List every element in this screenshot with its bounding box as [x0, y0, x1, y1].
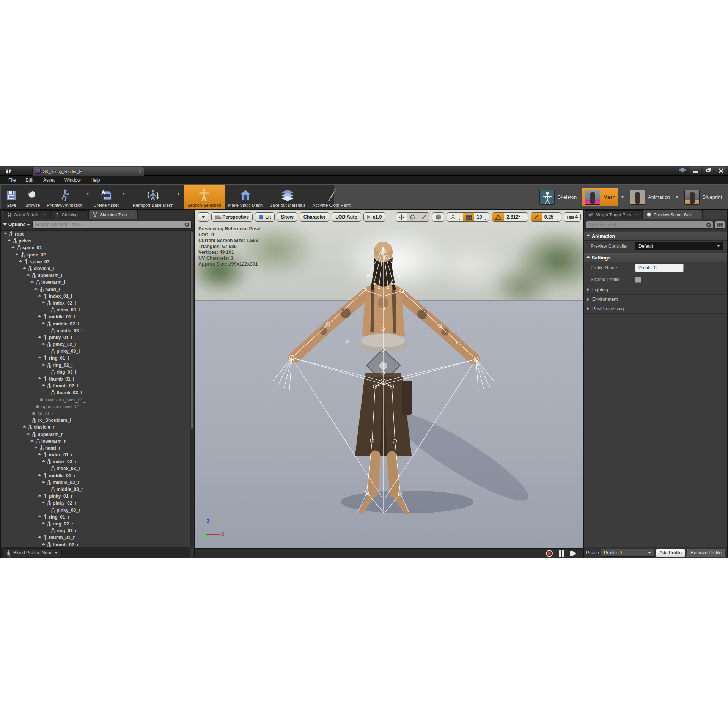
- browse-button[interactable]: Browse: [22, 185, 43, 209]
- tab-close-icon[interactable]: ✕: [695, 213, 698, 217]
- collapsed-section-header[interactable]: Lighting: [584, 285, 727, 295]
- grid-snap-value[interactable]: 10: [474, 213, 489, 221]
- create-asset-dropdown-icon[interactable]: ▼: [122, 192, 126, 203]
- shared-profile-checkbox[interactable]: [635, 277, 641, 283]
- bone-tree-row[interactable]: cc_Ar_l: [1, 410, 190, 417]
- perspective-button[interactable]: Perspective: [211, 212, 253, 222]
- tab-clothing[interactable]: Clothing ✕: [51, 210, 88, 219]
- options-filter-button[interactable]: Options: [3, 222, 30, 227]
- bone-tree-row[interactable]: thumb_01_r: [1, 534, 190, 541]
- bone-tree-row[interactable]: upperarm_r: [1, 431, 190, 437]
- preview-viewport[interactable]: Perspective Lit Show Character LOD Auto …: [195, 210, 583, 558]
- expand-arrow-icon[interactable]: [27, 418, 30, 422]
- search-skeleton-tree-input[interactable]: [35, 222, 184, 227]
- expand-arrow-icon[interactable]: [38, 536, 42, 539]
- tab-close-icon[interactable]: x: [139, 169, 141, 173]
- bone-tree-row[interactable]: index_03_l: [1, 307, 190, 313]
- expand-arrow-icon[interactable]: [38, 336, 42, 340]
- bone-tree-row[interactable]: thumb_01_l: [1, 376, 190, 382]
- bone-tree-row[interactable]: pinky_02_r: [1, 500, 190, 506]
- collapsed-section-header[interactable]: PostProcessing: [584, 304, 727, 314]
- coordinate-system-button[interactable]: [432, 212, 444, 222]
- expand-arrow-icon[interactable]: [15, 253, 19, 257]
- expand-arrow-icon[interactable]: [30, 439, 34, 443]
- reimport-dropdown-icon[interactable]: ▼: [177, 192, 181, 203]
- expand-arrow-icon[interactable]: [42, 522, 46, 526]
- bone-tree-row[interactable]: spine_02: [1, 252, 190, 258]
- expand-arrow-icon[interactable]: [8, 239, 11, 243]
- scale-snap-toggle[interactable]: [531, 213, 542, 221]
- expand-arrow-icon[interactable]: [46, 487, 49, 491]
- bone-tree-row[interactable]: ring_03_l: [1, 369, 190, 376]
- bone-tree-row[interactable]: ring_02_r: [1, 520, 190, 527]
- expand-arrow-icon[interactable]: [27, 274, 30, 277]
- bone-tree-row[interactable]: lowerarm_r: [1, 438, 190, 445]
- scale-snap-value[interactable]: 0,25: [542, 213, 561, 221]
- bone-tree-row[interactable]: clavicle_r: [1, 424, 190, 431]
- bone-tree-row[interactable]: thumb_02_r: [1, 541, 190, 547]
- surface-snap-button[interactable]: [447, 213, 463, 221]
- bone-tree-row[interactable]: thumb_02_l: [1, 382, 190, 389]
- tab-close-icon[interactable]: ✕: [82, 213, 85, 217]
- bone-tree-row[interactable]: middle_03_r: [1, 486, 190, 493]
- expand-arrow-icon[interactable]: [42, 460, 46, 464]
- viewport-options-button[interactable]: [198, 212, 209, 222]
- tab-morph-target-preview[interactable]: Morph Target Prev ✕: [585, 210, 642, 219]
- bone-tree-row[interactable]: middle_01_r: [1, 472, 190, 479]
- expand-arrow-icon[interactable]: [34, 288, 38, 291]
- expand-arrow-icon[interactable]: [38, 356, 42, 360]
- bone-tree-row[interactable]: root: [1, 231, 190, 237]
- show-button[interactable]: Show: [277, 212, 297, 222]
- expand-arrow-icon[interactable]: [38, 494, 42, 498]
- menu-item[interactable]: Help: [86, 177, 105, 184]
- expand-arrow-icon[interactable]: [42, 343, 46, 346]
- bone-tree-row[interactable]: spine_03: [1, 258, 190, 265]
- bone-tree-row[interactable]: pinky_01_r: [1, 493, 190, 500]
- profile-name-input[interactable]: Profile_0: [635, 264, 684, 272]
- camera-speed-button[interactable]: 4: [564, 213, 580, 221]
- bone-tree-row[interactable]: spine_01: [1, 244, 190, 251]
- expand-arrow-icon[interactable]: [34, 446, 38, 450]
- bone-tree-row[interactable]: hand_l: [1, 286, 190, 293]
- preview-animation-button[interactable]: Preview Animation: [43, 185, 86, 209]
- tree-scrollbar[interactable]: [190, 231, 193, 547]
- expand-arrow-icon[interactable]: [46, 467, 49, 470]
- restore-button[interactable]: [703, 167, 714, 174]
- tab-close-icon[interactable]: ✕: [635, 213, 638, 217]
- expand-arrow-icon[interactable]: [42, 301, 46, 305]
- viewport-canvas[interactable]: Perspective Lit Show Character LOD Auto …: [195, 210, 583, 548]
- expand-arrow-icon[interactable]: [46, 349, 49, 353]
- expand-arrow-icon[interactable]: [46, 329, 49, 333]
- mode-skeleton[interactable]: Skeleton: [536, 188, 580, 206]
- section-selection-button[interactable]: Section Selection: [184, 185, 225, 209]
- save-button[interactable]: Save: [1, 185, 22, 209]
- bone-tree-row[interactable]: pelvis: [1, 237, 190, 244]
- menu-item[interactable]: Edit: [21, 177, 38, 184]
- tree-scrollbar-thumb[interactable]: [191, 231, 193, 429]
- expand-arrow-icon[interactable]: [23, 425, 27, 429]
- bake-out-materials-button[interactable]: Bake out Materials: [266, 185, 309, 209]
- bone-tree-row[interactable]: pinky_01_l: [1, 334, 190, 341]
- expand-arrow-icon[interactable]: [38, 315, 42, 319]
- profile-select-dropdown[interactable]: Profile_0: [601, 549, 654, 557]
- expand-arrow-icon[interactable]: [38, 474, 42, 478]
- blend-profile-button[interactable]: Blend Profile: None: [2, 548, 62, 557]
- collapsed-section-header[interactable]: Environment: [584, 295, 727, 304]
- mode-animation[interactable]: Animation: [627, 188, 673, 206]
- menu-item[interactable]: Asset: [39, 177, 59, 184]
- bone-tree-row[interactable]: upperarm_l: [1, 272, 190, 279]
- rotate-mode-button[interactable]: [407, 213, 418, 221]
- record-button[interactable]: [546, 550, 553, 557]
- expand-arrow-icon[interactable]: [42, 322, 46, 326]
- bone-tree-row[interactable]: middle_01_l: [1, 313, 190, 320]
- mesh-mode-dropdown-icon[interactable]: ▼: [621, 195, 624, 199]
- minimize-button[interactable]: [690, 167, 701, 174]
- add-profile-button[interactable]: Add Profile: [656, 549, 685, 557]
- expand-arrow-icon[interactable]: [11, 246, 15, 250]
- bone-tree-row[interactable]: cc_Shoulders_l: [1, 417, 190, 424]
- bone-tree-row[interactable]: middle_02_l: [1, 320, 190, 327]
- expand-arrow-icon[interactable]: [42, 543, 46, 547]
- playback-speed-button[interactable]: x1,0: [363, 212, 385, 222]
- expand-arrow-icon[interactable]: [27, 412, 30, 415]
- section-settings-header[interactable]: Settings: [584, 253, 727, 262]
